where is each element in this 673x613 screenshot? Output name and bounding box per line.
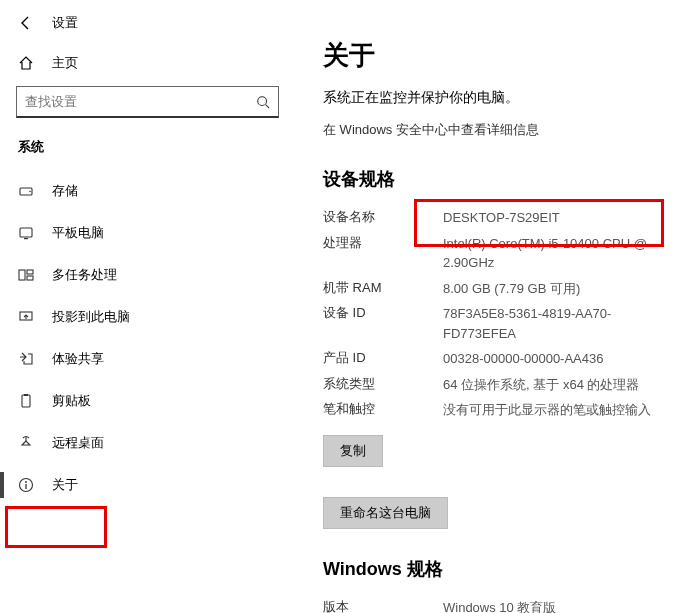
spec-label: 处理器 — [323, 234, 443, 273]
sidebar-item-clipboard[interactable]: 剪贴板 — [0, 380, 295, 422]
sidebar-item-remote[interactable]: 远程桌面 — [0, 422, 295, 464]
spec-value: Intel(R) Core(TM) i5-10400 CPU @ 2.90GHz — [443, 234, 673, 273]
spec-label: 笔和触控 — [323, 400, 443, 420]
sidebar-item-storage[interactable]: 存储 — [0, 170, 295, 212]
clipboard-icon — [18, 393, 34, 409]
sidebar-item-label: 投影到此电脑 — [52, 308, 130, 326]
spec-row-ram: 机带 RAM 8.00 GB (7.79 GB 可用) — [323, 276, 673, 302]
svg-rect-4 — [20, 228, 32, 237]
windows-spec-heading: Windows 规格 — [323, 557, 673, 581]
spec-value: 00328-00000-00000-AA436 — [443, 349, 673, 369]
info-icon — [18, 477, 34, 493]
sidebar-item-about[interactable]: 关于 — [0, 464, 295, 506]
spec-row-system-type: 系统类型 64 位操作系统, 基于 x64 的处理器 — [323, 372, 673, 398]
sidebar-item-label: 存储 — [52, 182, 78, 200]
sidebar-item-label: 远程桌面 — [52, 434, 104, 452]
spec-label: 机带 RAM — [323, 279, 443, 299]
tablet-icon — [18, 225, 34, 241]
sidebar-item-shared[interactable]: 体验共享 — [0, 338, 295, 380]
spec-value: 78F3A5E8-5361-4819-AA70-FD773EFEA — [443, 304, 673, 343]
svg-rect-8 — [27, 276, 33, 280]
svg-rect-12 — [24, 394, 28, 396]
page-title: 关于 — [323, 38, 673, 73]
settings-title: 设置 — [52, 14, 78, 32]
sidebar-item-multitask[interactable]: 多任务处理 — [0, 254, 295, 296]
spec-label: 系统类型 — [323, 375, 443, 395]
svg-rect-7 — [27, 270, 33, 274]
home-icon — [18, 55, 34, 71]
content-area: 关于 系统正在监控并保护你的电脑。 在 Windows 安全中心中查看详细信息 … — [295, 0, 673, 613]
share-icon — [18, 351, 34, 367]
spec-row-pen-touch: 笔和触控 没有可用于此显示器的笔或触控输入 — [323, 397, 673, 423]
category-label: 系统 — [0, 128, 295, 170]
sidebar-item-label: 平板电脑 — [52, 224, 104, 242]
search-icon — [256, 95, 270, 109]
rename-pc-button[interactable]: 重命名这台电脑 — [323, 497, 448, 529]
remote-icon — [18, 435, 34, 451]
spec-value: 8.00 GB (7.79 GB 可用) — [443, 279, 673, 299]
spec-label: 设备名称 — [323, 208, 443, 228]
sidebar-item-label: 剪贴板 — [52, 392, 91, 410]
sidebar-item-label: 多任务处理 — [52, 266, 117, 284]
sidebar: 设置 主页 系统 存储 — [0, 0, 295, 613]
security-center-link[interactable]: 在 Windows 安全中心中查看详细信息 — [323, 121, 673, 139]
svg-point-0 — [258, 96, 267, 105]
spec-label: 设备 ID — [323, 304, 443, 343]
spec-label: 产品 ID — [323, 349, 443, 369]
storage-icon — [18, 183, 34, 199]
sidebar-item-tablet[interactable]: 平板电脑 — [0, 212, 295, 254]
spec-value: Windows 10 教育版 — [443, 598, 673, 614]
spec-value: 没有可用于此显示器的笔或触控输入 — [443, 400, 673, 420]
multitask-icon — [18, 267, 34, 283]
spec-label: 版本 — [323, 598, 443, 614]
svg-line-1 — [266, 104, 270, 108]
svg-point-3 — [29, 191, 31, 193]
spec-value-device-name: DESKTOP-7S29EIT — [443, 208, 673, 228]
svg-rect-6 — [19, 270, 25, 280]
header-row: 设置 — [0, 8, 295, 44]
svg-rect-5 — [24, 238, 28, 239]
sidebar-item-project[interactable]: 投影到此电脑 — [0, 296, 295, 338]
device-spec-heading: 设备规格 — [323, 167, 673, 191]
svg-rect-11 — [22, 395, 30, 407]
home-button[interactable]: 主页 — [0, 44, 295, 82]
sidebar-item-label: 体验共享 — [52, 350, 104, 368]
search-input[interactable] — [25, 94, 256, 109]
home-label: 主页 — [52, 54, 78, 72]
spec-row-edition: 版本 Windows 10 教育版 — [323, 595, 673, 614]
spec-value: 64 位操作系统, 基于 x64 的处理器 — [443, 375, 673, 395]
spec-row-device-name: 设备名称 DESKTOP-7S29EIT — [323, 205, 673, 231]
protection-status: 系统正在监控并保护你的电脑。 — [323, 89, 673, 107]
copy-button[interactable]: 复制 — [323, 435, 383, 467]
back-icon[interactable] — [18, 15, 34, 31]
sidebar-item-label: 关于 — [52, 476, 78, 494]
search-input-wrapper[interactable] — [16, 86, 279, 118]
spec-row-product-id: 产品 ID 00328-00000-00000-AA436 — [323, 346, 673, 372]
spec-row-device-id: 设备 ID 78F3A5E8-5361-4819-AA70-FD773EFEA — [323, 301, 673, 346]
svg-point-15 — [25, 481, 27, 483]
spec-row-processor: 处理器 Intel(R) Core(TM) i5-10400 CPU @ 2.9… — [323, 231, 673, 276]
project-icon — [18, 309, 34, 325]
